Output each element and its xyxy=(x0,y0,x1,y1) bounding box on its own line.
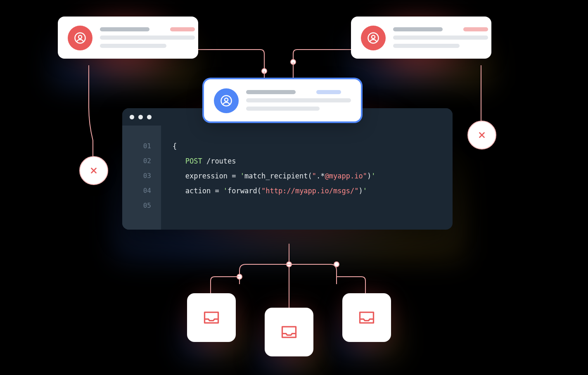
code-content: { POST /routes expression = 'match_recip… xyxy=(161,126,453,230)
code-method: POST xyxy=(185,157,202,165)
close-icon xyxy=(467,121,496,150)
placeholder-bar xyxy=(316,90,341,94)
placeholder-bar xyxy=(246,90,296,94)
inbox-icon xyxy=(342,293,391,342)
code-quote: " xyxy=(354,187,358,195)
code-string: http://myapp.io/msgs/ xyxy=(266,187,354,195)
svg-point-10 xyxy=(225,98,228,102)
code-key: expression xyxy=(185,172,228,180)
line-number-gutter: 01 02 03 04 05 xyxy=(122,126,161,230)
code-window: 01 02 03 04 05 { POST /routes expression… xyxy=(122,108,453,230)
placeholder-bar xyxy=(246,98,351,102)
code-string: @myapp.io xyxy=(325,172,363,180)
message-card-matched xyxy=(204,79,361,121)
window-dot xyxy=(147,115,152,119)
message-lines xyxy=(100,26,195,50)
avatar-icon xyxy=(68,26,92,50)
code-key: action xyxy=(185,187,211,195)
svg-point-7 xyxy=(368,33,379,43)
code-eq: = xyxy=(211,187,223,195)
svg-point-9 xyxy=(221,96,232,106)
placeholder-bar xyxy=(463,27,488,31)
svg-point-0 xyxy=(262,69,267,74)
code-close: ) xyxy=(358,187,363,195)
close-icon xyxy=(79,156,108,185)
placeholder-bar xyxy=(246,107,320,111)
svg-point-6 xyxy=(78,36,82,39)
placeholder-bar xyxy=(170,27,195,31)
inbox-icon xyxy=(265,308,313,356)
placeholder-bar xyxy=(100,36,195,40)
placeholder-bar xyxy=(100,27,149,31)
window-dot xyxy=(138,115,143,119)
code-close: ) xyxy=(367,172,371,180)
code-regex: .* xyxy=(316,172,325,180)
line-number: 01 xyxy=(122,139,151,154)
message-lines xyxy=(246,88,351,113)
code-quote: ' xyxy=(223,187,228,195)
placeholder-bar xyxy=(393,27,443,31)
placeholder-bar xyxy=(393,44,460,48)
code-quote: ' xyxy=(363,187,367,195)
message-card-rejected xyxy=(58,17,198,59)
avatar-icon xyxy=(361,26,386,50)
svg-point-5 xyxy=(75,33,85,43)
diagram-stage: 01 02 03 04 05 { POST /routes expression… xyxy=(0,0,588,375)
code-path: /routes xyxy=(202,157,236,165)
code-quote: " xyxy=(312,172,316,180)
line-number: 02 xyxy=(122,154,151,169)
svg-point-3 xyxy=(237,274,242,279)
code-quote: ' xyxy=(371,172,375,180)
message-lines xyxy=(393,26,488,50)
code-quote: " xyxy=(363,172,367,180)
svg-point-1 xyxy=(291,59,296,64)
avatar-icon xyxy=(214,88,239,113)
code-body: 01 02 03 04 05 { POST /routes expression… xyxy=(122,126,453,230)
window-dot xyxy=(130,115,134,119)
line-number: 04 xyxy=(122,183,151,198)
line-number: 05 xyxy=(122,198,151,213)
line-number: 03 xyxy=(122,169,151,183)
svg-point-8 xyxy=(372,36,375,39)
code-fn: forward( xyxy=(228,187,261,195)
code-token: { xyxy=(173,142,177,150)
code-fn: match_recipient( xyxy=(244,172,312,180)
message-card-rejected xyxy=(351,17,491,59)
placeholder-bar xyxy=(100,44,166,48)
code-quote: " xyxy=(261,187,266,195)
placeholder-bar xyxy=(393,36,488,40)
code-quote: ' xyxy=(240,172,244,180)
inbox-icon xyxy=(187,293,236,342)
code-eq: = xyxy=(228,172,240,180)
